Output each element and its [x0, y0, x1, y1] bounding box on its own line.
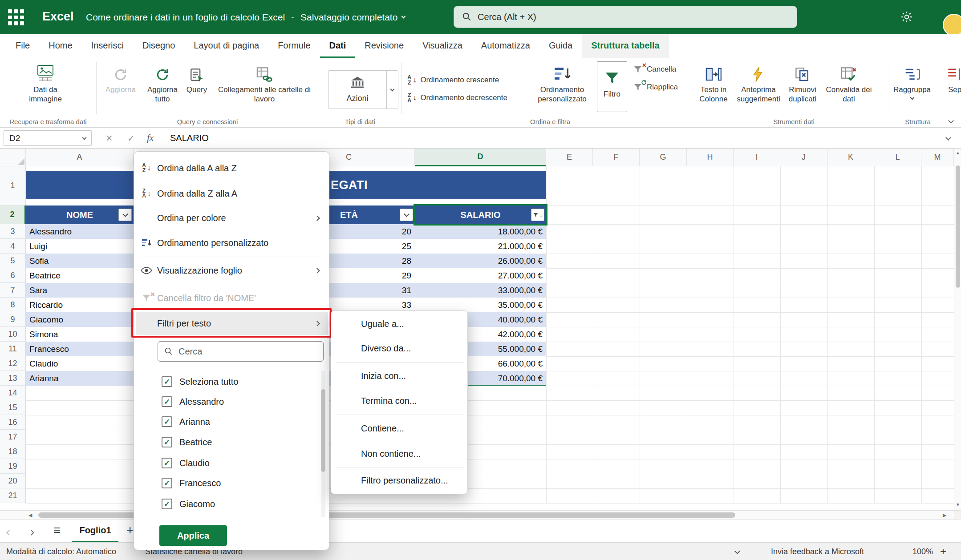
- data-validation-button[interactable]: Convalida dei dati: [824, 63, 874, 104]
- filter-menu-item-4[interactable]: Visualizzazione foglio: [136, 259, 328, 282]
- cell-nome[interactable]: Giacomo: [29, 312, 132, 327]
- sort-ascending-button[interactable]: AZ↓ Ordinamento crescente: [407, 72, 499, 88]
- cell-nome[interactable]: Claudio: [29, 356, 132, 371]
- scroll-down-icon[interactable]: ▼: [954, 502, 961, 507]
- tab-layout-di-pagina[interactable]: Layout di pagina: [184, 34, 268, 58]
- cell-salario[interactable]: 27.000,00 €: [415, 268, 543, 283]
- cell-nome[interactable]: Alessandro: [29, 224, 132, 239]
- group-button[interactable]: Raggruppa: [890, 63, 934, 99]
- cell-salario[interactable]: 21.000,00 €: [415, 239, 543, 254]
- ungroup-button-partial[interactable]: Sep: [935, 63, 961, 94]
- search-bar[interactable]: Cerca (Alt + X): [454, 6, 797, 28]
- tab-home[interactable]: Home: [39, 34, 81, 58]
- dati-da-immagine-button[interactable]: Dati da immagine: [16, 63, 75, 104]
- column-header-J[interactable]: J: [780, 149, 827, 166]
- custom-sort-button[interactable]: Ordinamento personalizzato: [533, 63, 592, 104]
- filter-search-input[interactable]: Cerca: [158, 341, 324, 362]
- row-header-11[interactable]: 11: [0, 342, 26, 356]
- avatar[interactable]: [943, 14, 961, 34]
- text-filter-option[interactable]: Non contiene...: [335, 444, 465, 463]
- tab-disegno[interactable]: Disegno: [133, 34, 184, 58]
- header-cell-nome[interactable]: NOME: [26, 205, 134, 224]
- cell-salario[interactable]: 18.000,00 €: [415, 224, 543, 239]
- tab-inserisci[interactable]: Inserisci: [82, 34, 133, 58]
- text-filter-option[interactable]: Termina con...: [335, 391, 465, 411]
- cell-nome[interactable]: Sofia: [29, 254, 132, 268]
- expand-formula-bar-icon[interactable]: [945, 135, 951, 141]
- collapse-ribbon-icon[interactable]: [948, 118, 954, 124]
- tab-file[interactable]: File: [6, 34, 39, 58]
- tab-dati[interactable]: Dati: [320, 34, 356, 58]
- collegamenti-button[interactable]: Collegamenti alle cartelle di lavoro: [213, 63, 316, 104]
- query-button[interactable]: Query: [181, 63, 212, 94]
- row-header-1[interactable]: 1: [0, 166, 26, 205]
- column-header-D[interactable]: D: [415, 149, 546, 166]
- column-header-A[interactable]: A: [26, 149, 134, 166]
- aggiorna-tutto-button[interactable]: Aggiorna tutto: [141, 63, 184, 104]
- column-header-H[interactable]: H: [687, 149, 734, 166]
- settings-gear-icon[interactable]: [900, 10, 913, 25]
- vertical-scrollbar-thumb[interactable]: [956, 165, 960, 288]
- filter-menu-item-6[interactable]: Filtri per testo: [136, 312, 328, 335]
- tab-contextual-struttura-tabella[interactable]: Struttura tabella: [582, 34, 669, 58]
- text-filter-option[interactable]: Inizia con...: [335, 366, 465, 386]
- text-filter-option[interactable]: Diverso da...: [335, 338, 465, 358]
- row-header-6[interactable]: 6: [0, 268, 26, 283]
- cell-nome[interactable]: Beatrice: [29, 268, 132, 283]
- filter-value-checkbox[interactable]: ✓Arianna: [162, 413, 315, 431]
- name-box[interactable]: D2: [4, 130, 92, 146]
- filter-value-checkbox[interactable]: ✓Claudio: [162, 454, 315, 472]
- insert-function-icon[interactable]: fx: [147, 128, 154, 149]
- tab-revisione[interactable]: Revisione: [355, 34, 413, 58]
- filter-button-active[interactable]: Filtro: [597, 61, 627, 112]
- filter-value-checkbox[interactable]: ✓Giacomo: [162, 495, 315, 513]
- column-header-F[interactable]: F: [593, 149, 640, 166]
- add-sheet-icon[interactable]: +: [126, 523, 134, 537]
- row-header-14[interactable]: 14: [0, 386, 26, 400]
- row-header-21[interactable]: 21: [0, 488, 26, 503]
- tab-formule[interactable]: Formule: [268, 34, 320, 58]
- filter-menu-item-0[interactable]: AZ↓Ordina dalla A alla Z: [136, 157, 328, 180]
- row-header-15[interactable]: 15: [0, 400, 26, 415]
- text-filter-option[interactable]: Uguale a...: [335, 314, 465, 334]
- scroll-up-icon[interactable]: ▲: [954, 150, 961, 155]
- tab-visualizza[interactable]: Visualizza: [413, 34, 472, 58]
- cell-nome[interactable]: Sara: [29, 283, 132, 298]
- clear-filter-button[interactable]: × Cancella: [633, 62, 676, 77]
- cell-nome[interactable]: Luigi: [29, 239, 132, 254]
- apply-button[interactable]: Applica: [159, 525, 227, 546]
- column-header-M[interactable]: M: [921, 149, 954, 166]
- sheet-list-icon[interactable]: ≡: [53, 523, 61, 537]
- sheet-tab-foglio1[interactable]: Foglio1: [72, 520, 118, 543]
- app-launcher-icon[interactable]: [8, 9, 24, 25]
- cell-salario[interactable]: 33.000,00 €: [415, 283, 543, 298]
- reapply-filter-button[interactable]: Riapplica: [633, 80, 678, 95]
- filter-value-checkbox[interactable]: ✓Alessandro: [162, 393, 315, 411]
- azioni-dropdown[interactable]: Azioni: [328, 70, 398, 109]
- next-sheet-icon[interactable]: [29, 528, 33, 536]
- vertical-scrollbar[interactable]: ▲ ▼: [954, 149, 961, 510]
- filter-value-checkbox[interactable]: ✓Seleziona tutto: [162, 373, 315, 391]
- document-title[interactable]: Come ordinare i dati in un foglio di cal…: [86, 12, 285, 23]
- column-header-E[interactable]: E: [546, 149, 593, 166]
- select-all-corner[interactable]: [0, 149, 26, 166]
- row-header-12[interactable]: 12: [0, 356, 26, 371]
- row-header-13[interactable]: 13: [0, 371, 26, 386]
- column-header-L[interactable]: L: [874, 149, 921, 166]
- row-header-2[interactable]: 2: [0, 205, 26, 224]
- row-header-17[interactable]: 17: [0, 430, 26, 444]
- tab-automatizza[interactable]: Automatizza: [472, 34, 539, 58]
- zoom-level[interactable]: 100%: [912, 543, 933, 560]
- filter-menu-item-2[interactable]: Ordina per colore: [136, 206, 328, 230]
- row-header-16[interactable]: 16: [0, 415, 26, 430]
- row-header-4[interactable]: 4: [0, 239, 26, 254]
- row-header-8[interactable]: 8: [0, 298, 26, 312]
- feedback-link[interactable]: Invia feedback a Microsoft: [771, 543, 864, 560]
- cell-nome[interactable]: Francesco: [29, 342, 132, 356]
- filter-menu-item-3[interactable]: Ordinamento personalizzato: [136, 231, 328, 254]
- row-header-5[interactable]: 5: [0, 254, 26, 268]
- remove-duplicates-button[interactable]: Rimuovi duplicati: [780, 63, 825, 104]
- column-header-K[interactable]: K: [827, 149, 874, 166]
- cell-nome[interactable]: Simona: [29, 327, 132, 342]
- filter-menu-item-1[interactable]: ZA↓Ordina dalla Z alla A: [136, 182, 328, 205]
